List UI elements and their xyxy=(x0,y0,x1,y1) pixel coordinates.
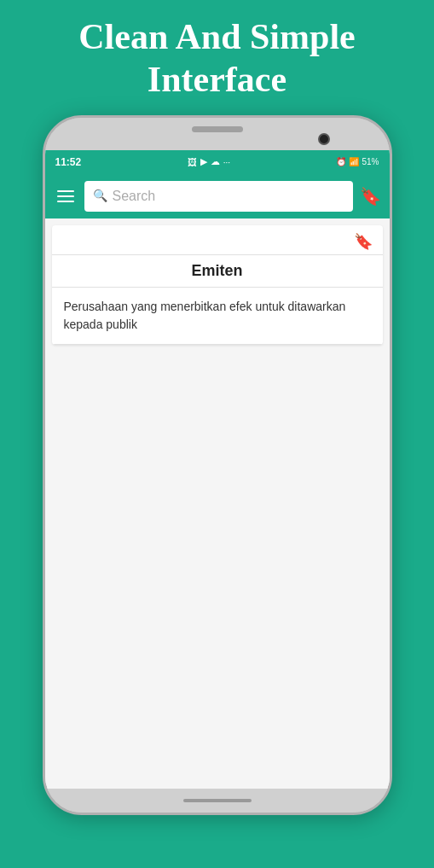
alarm-status-icon: ⏰ xyxy=(336,157,346,166)
header-line2: Interface xyxy=(148,60,286,99)
hamburger-line-2 xyxy=(57,195,74,197)
phone-mockup: 11:52 🖼 ▶ ☁ ··· ⏰ 📶 51% 🔍 xyxy=(43,115,392,815)
image-status-icon: 🖼 xyxy=(188,157,197,167)
app-toolbar: 🔍 Search 🔖 xyxy=(45,174,390,218)
phone-speaker xyxy=(192,126,243,132)
status-right-icons: ⏰ 📶 51% xyxy=(336,157,379,166)
phone-bottom-bar xyxy=(45,789,390,813)
header-line1: Clean And Simple xyxy=(78,17,355,56)
card-definition: Perusahaan yang menerbitkan efek untuk d… xyxy=(52,288,383,345)
phone-side-button xyxy=(390,271,392,314)
cloud-status-icon: ☁ xyxy=(211,156,220,167)
card-header: 🔖 xyxy=(52,225,383,255)
phone-screen: 11:52 🖼 ▶ ☁ ··· ⏰ 📶 51% 🔍 xyxy=(45,150,390,789)
status-bar: 11:52 🖼 ▶ ☁ ··· ⏰ 📶 51% xyxy=(45,150,390,174)
status-time: 11:52 xyxy=(55,156,82,168)
search-bar-container[interactable]: 🔍 Search xyxy=(84,181,353,212)
phone-top-bar xyxy=(45,118,390,150)
phone-home-bar xyxy=(183,799,252,802)
main-content: 🔖 Emiten Perusahaan yang menerbitkan efe… xyxy=(45,218,390,789)
app-header: Clean And Simple Interface xyxy=(53,0,380,115)
search-icon: 🔍 xyxy=(93,189,107,203)
hamburger-menu-button[interactable] xyxy=(54,187,78,206)
phone-camera xyxy=(318,133,330,145)
play-status-icon: ▶ xyxy=(200,156,207,167)
search-placeholder: Search xyxy=(113,189,156,204)
battery-status-text: 51% xyxy=(362,157,379,166)
bookmark-toolbar-button[interactable]: 🔖 xyxy=(360,186,381,207)
card-bookmark-button[interactable]: 🔖 xyxy=(354,232,373,251)
signal-status-icon: 📶 xyxy=(349,157,359,166)
more-status-icon: ··· xyxy=(223,157,230,167)
status-left-icons: 🖼 ▶ ☁ ··· xyxy=(188,156,230,167)
card-title: Emiten xyxy=(52,255,383,288)
dictionary-card: 🔖 Emiten Perusahaan yang menerbitkan efe… xyxy=(52,225,383,345)
hamburger-line-1 xyxy=(57,190,74,192)
hamburger-line-3 xyxy=(57,201,74,202)
